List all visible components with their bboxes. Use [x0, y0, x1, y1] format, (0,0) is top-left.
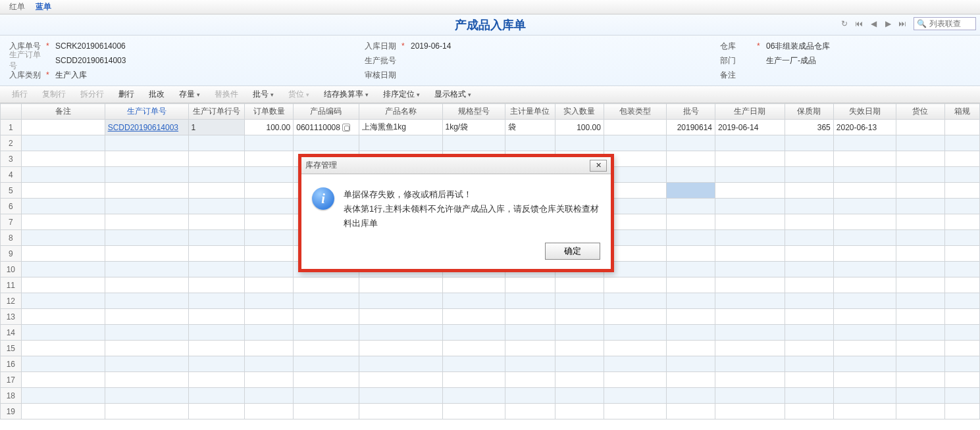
cell[interactable]	[245, 135, 294, 151]
cell[interactable]	[715, 372, 785, 388]
cell[interactable]	[245, 404, 294, 419]
prev-icon[interactable]: ◀	[867, 18, 879, 30]
cell[interactable]	[785, 404, 833, 419]
cell[interactable]	[896, 404, 944, 419]
cell[interactable]	[188, 167, 245, 183]
cell[interactable]	[505, 341, 555, 356]
cell[interactable]	[715, 151, 785, 167]
cell[interactable]	[833, 388, 896, 404]
cell[interactable]	[715, 167, 785, 183]
cell[interactable]: 365	[785, 120, 833, 135]
cell[interactable]	[785, 135, 833, 151]
cell[interactable]	[245, 388, 294, 404]
cell[interactable]	[833, 151, 896, 167]
cell[interactable]	[188, 372, 245, 388]
cell[interactable]	[294, 277, 359, 293]
cell[interactable]	[245, 246, 294, 262]
cell[interactable]	[896, 309, 944, 325]
cell[interactable]	[833, 135, 896, 151]
cell[interactable]: 7	[1, 214, 22, 230]
cell[interactable]	[944, 372, 979, 388]
cell[interactable]	[896, 230, 944, 246]
cell[interactable]	[105, 167, 188, 183]
cell[interactable]	[555, 341, 604, 356]
cell[interactable]	[245, 293, 294, 309]
cell[interactable]	[785, 151, 833, 167]
cell[interactable]	[785, 372, 833, 388]
cell[interactable]	[188, 151, 245, 167]
cell[interactable]	[505, 277, 555, 293]
cell[interactable]	[833, 167, 896, 183]
cell[interactable]	[944, 151, 979, 167]
cell[interactable]	[359, 388, 442, 404]
cell[interactable]	[21, 151, 105, 167]
cell[interactable]	[245, 325, 294, 341]
cell[interactable]: 18	[1, 388, 22, 404]
form-value[interactable]: SCRK20190614006	[55, 41, 174, 51]
cell[interactable]	[21, 277, 105, 293]
cell[interactable]: 5	[1, 183, 22, 199]
form-value[interactable]: 2019-06-14	[411, 41, 529, 51]
cell[interactable]	[604, 277, 666, 293]
cell[interactable]	[715, 230, 785, 246]
cell[interactable]	[604, 341, 666, 356]
cell[interactable]	[21, 293, 105, 309]
cell[interactable]	[833, 230, 896, 246]
col-header[interactable]: 保质期	[785, 104, 833, 120]
cell[interactable]	[442, 325, 505, 341]
cell[interactable]	[105, 135, 188, 151]
cell[interactable]: 2020-06-13	[833, 120, 896, 135]
cell[interactable]	[715, 262, 785, 277]
cell[interactable]	[896, 199, 944, 214]
cell[interactable]	[667, 167, 715, 183]
cell[interactable]	[245, 372, 294, 388]
cell[interactable]: SCDD20190614003	[105, 120, 188, 135]
cell[interactable]	[105, 199, 188, 214]
cell[interactable]	[245, 183, 294, 199]
cell[interactable]: 10	[1, 262, 22, 277]
cell[interactable]: 3	[1, 151, 22, 167]
form-value[interactable]: SCDD20190614003	[55, 56, 174, 65]
col-header[interactable]: 包装类型	[604, 104, 666, 120]
cell[interactable]	[505, 356, 555, 372]
cell[interactable]	[188, 199, 245, 214]
cell[interactable]	[105, 151, 188, 167]
cell[interactable]	[21, 372, 105, 388]
cell[interactable]	[944, 356, 979, 372]
cell[interactable]	[245, 214, 294, 230]
cell[interactable]	[294, 325, 359, 341]
col-header[interactable]: 失效日期	[833, 104, 896, 120]
toolbar-btn-9[interactable]: 结存换算率	[319, 87, 374, 102]
cell[interactable]	[188, 214, 245, 230]
cell[interactable]	[604, 356, 666, 372]
cell[interactable]	[105, 293, 188, 309]
cell[interactable]	[359, 372, 442, 388]
col-header[interactable]: 订单数量	[245, 104, 294, 120]
cell[interactable]: 100.00	[245, 120, 294, 135]
cell[interactable]	[604, 372, 666, 388]
cell[interactable]	[188, 341, 245, 356]
cell[interactable]	[785, 309, 833, 325]
cell[interactable]	[785, 262, 833, 277]
cell[interactable]	[105, 183, 188, 199]
cell[interactable]	[294, 388, 359, 404]
col-header[interactable]: 生产订单行号	[188, 104, 245, 120]
cell[interactable]	[294, 404, 359, 419]
cell[interactable]	[715, 246, 785, 262]
cell[interactable]	[21, 230, 105, 246]
tab-red[interactable]: 红单	[4, 0, 30, 14]
cell[interactable]	[442, 293, 505, 309]
cell[interactable]	[715, 341, 785, 356]
cell[interactable]	[715, 388, 785, 404]
cell[interactable]	[896, 388, 944, 404]
col-header[interactable]: 产品编码	[294, 104, 359, 120]
cell[interactable]	[21, 325, 105, 341]
toolbar-btn-11[interactable]: 显示格式	[429, 87, 477, 102]
col-header[interactable]: 生产订单号	[105, 104, 188, 120]
cell[interactable]	[105, 356, 188, 372]
ok-button[interactable]: 确定	[545, 243, 600, 260]
cell[interactable]	[667, 214, 715, 230]
cell[interactable]: 19	[1, 404, 22, 419]
cell[interactable]	[715, 183, 785, 199]
col-header[interactable]: 箱规	[944, 104, 979, 120]
